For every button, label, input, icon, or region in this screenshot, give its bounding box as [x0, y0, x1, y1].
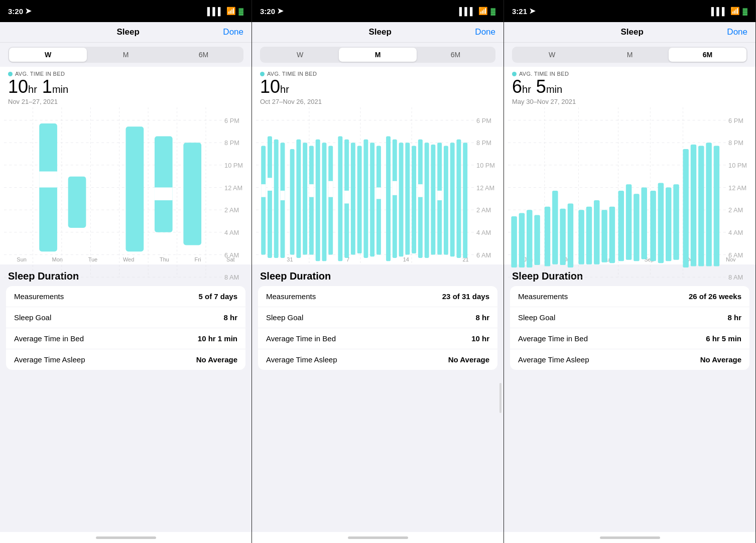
status-bar-3: 3:21 ➤ ▌▌▌ 📶 ▓	[504, 0, 755, 22]
location-icon-3: ➤	[529, 7, 536, 16]
svg-rect-49	[268, 178, 272, 191]
segment-6m-1[interactable]: 6M	[165, 48, 242, 62]
nav-bar-2: Sleep Done	[252, 22, 503, 43]
svg-rect-64	[338, 136, 342, 261]
svg-rect-62	[328, 181, 333, 197]
svg-rect-70	[370, 143, 374, 256]
segment-6m-2[interactable]: 6M	[417, 48, 494, 62]
done-button-3[interactable]: Done	[727, 27, 747, 37]
svg-text:10 PM: 10 PM	[728, 162, 747, 169]
svg-rect-106	[511, 216, 517, 267]
svg-text:4 AM: 4 AM	[476, 229, 491, 236]
home-indicator-2	[252, 532, 503, 543]
chart-area-1: 6 PM 8 PM 10 PM 12 AM 2 AM 4 AM 6 AM 8 A…	[0, 107, 251, 255]
svg-rect-89	[463, 143, 467, 258]
date-range-2: Oct 27–Nov 26, 2021	[260, 98, 495, 105]
svg-rect-59	[316, 139, 320, 260]
svg-rect-78	[405, 143, 410, 254]
svg-rect-52	[281, 191, 285, 200]
section-title-2: Sleep Duration	[252, 264, 503, 286]
svg-text:8 AM: 8 AM	[728, 274, 743, 281]
svg-rect-128	[658, 183, 664, 263]
svg-rect-47	[261, 184, 266, 197]
location-icon-1: ➤	[25, 7, 32, 16]
svg-rect-136	[714, 146, 719, 266]
segment-m-2[interactable]: M	[339, 48, 417, 62]
svg-text:6 AM: 6 AM	[476, 251, 491, 258]
svg-rect-68	[357, 146, 362, 253]
svg-rect-18	[68, 176, 86, 227]
svg-rect-124	[634, 194, 639, 261]
svg-text:6 PM: 6 PM	[224, 116, 239, 124]
stat-row-goal-3: Sleep Goal 8 hr	[510, 307, 749, 328]
svg-rect-133	[691, 145, 696, 266]
segment-w-2[interactable]: W	[261, 48, 339, 62]
big-time-3: 6hr 5min	[512, 77, 747, 97]
svg-rect-134	[698, 146, 704, 266]
stats-header-1: AVG. TIME IN BED 10hr 1min Nov 21–27, 20…	[0, 67, 251, 107]
wifi-icon-3: 📶	[730, 7, 740, 16]
panel-week: 3:20 ➤ ▌▌▌ 📶 ▓ Sleep Done W M 6M AVG. TI…	[0, 0, 252, 543]
svg-text:6 PM: 6 PM	[476, 116, 491, 124]
svg-text:8 AM: 8 AM	[224, 274, 239, 281]
stat-row-avg-bed-1: Average Time in Bed 10 hr 1 min	[6, 328, 245, 349]
wifi-icon-1: 📶	[226, 7, 236, 16]
svg-text:12 AM: 12 AM	[224, 184, 242, 191]
svg-rect-125	[641, 187, 647, 259]
signal-icon-1: ▌▌▌	[207, 7, 223, 16]
svg-rect-132	[683, 149, 688, 267]
svg-text:12 AM: 12 AM	[728, 184, 746, 191]
svg-rect-119	[601, 210, 607, 262]
svg-rect-86	[444, 146, 448, 254]
home-bar-2	[348, 536, 408, 539]
home-indicator-3	[504, 532, 755, 543]
svg-rect-77	[399, 143, 404, 256]
svg-rect-112	[552, 191, 558, 264]
stats-card-3: Measurements 26 of 26 weeks Sleep Goal 8…	[510, 286, 749, 370]
avg-dot-1	[8, 72, 13, 76]
svg-rect-83	[431, 145, 435, 255]
stats-card-1: Measurements 5 of 7 days Sleep Goal 8 hr…	[6, 286, 245, 370]
svg-text:8 PM: 8 PM	[476, 139, 491, 147]
svg-rect-46	[261, 146, 266, 254]
svg-rect-19	[126, 126, 144, 251]
done-button-1[interactable]: Done	[223, 27, 243, 37]
segment-6m-3[interactable]: 6M	[669, 48, 746, 62]
segment-control-2: W M 6M	[252, 43, 503, 67]
stat-row-goal-1: Sleep Goal 8 hr	[6, 307, 245, 328]
nav-bar-1: Sleep Done	[0, 22, 251, 43]
panel-6month: 3:21 ➤ ▌▌▌ 📶 ▓ Sleep Done W M 6M AVG. TI…	[504, 0, 756, 543]
svg-text:6 AM: 6 AM	[728, 251, 743, 258]
svg-rect-20	[155, 136, 173, 232]
stat-row-goal-2: Sleep Goal 8 hr	[258, 307, 497, 328]
svg-rect-118	[594, 200, 599, 264]
segment-w-1[interactable]: W	[9, 48, 87, 62]
nav-title-1: Sleep	[117, 27, 140, 37]
svg-rect-48	[268, 136, 272, 257]
nav-title-3: Sleep	[621, 27, 644, 37]
svg-rect-60	[322, 143, 326, 261]
segment-w-3[interactable]: W	[513, 48, 591, 62]
svg-text:6 PM: 6 PM	[728, 116, 743, 124]
location-icon-2: ➤	[277, 7, 284, 16]
svg-rect-22	[183, 143, 201, 245]
svg-text:8 PM: 8 PM	[224, 139, 239, 147]
chart-area-2: 6 PM 8 PM 10 PM 12 AM 2 AM 4 AM 6 AM 8 A…	[252, 107, 503, 255]
segment-m-3[interactable]: M	[591, 48, 669, 62]
home-bar-1	[96, 536, 156, 539]
segment-control-1: W M 6M	[0, 43, 251, 67]
svg-rect-120	[609, 206, 615, 262]
status-bar-2: 3:20 ➤ ▌▌▌ 📶 ▓	[252, 0, 503, 22]
chart-area-3: 6 PM 8 PM 10 PM 12 AM 2 AM 4 AM 6 AM 8 A…	[504, 107, 755, 255]
svg-rect-111	[545, 206, 550, 266]
svg-rect-117	[586, 206, 592, 264]
scroll-indicator-2	[499, 383, 501, 413]
segment-m-1[interactable]: M	[87, 48, 165, 62]
done-button-2[interactable]: Done	[475, 27, 495, 37]
svg-rect-116	[578, 210, 584, 264]
battery-icon-1: ▓	[239, 8, 243, 15]
svg-rect-56	[303, 143, 307, 254]
svg-rect-88	[456, 139, 461, 257]
svg-rect-57	[309, 146, 314, 254]
battery-icon-3: ▓	[743, 8, 747, 15]
